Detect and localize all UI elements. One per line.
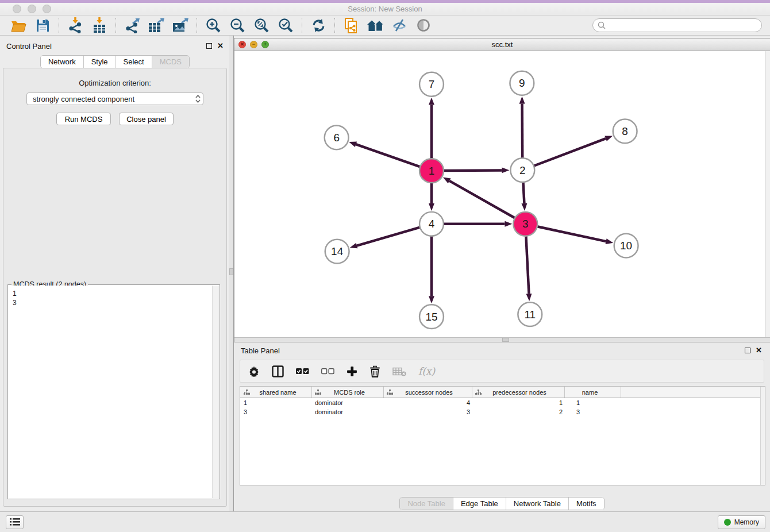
tab-node-table[interactable]: Node Table [400,498,453,510]
graph-node-9[interactable]: 9 [510,71,534,95]
cell-successor-nodes: 4 [384,399,472,406]
graph-node-label: 1 [429,165,435,177]
run-mcds-button[interactable]: Run MCDS [56,113,111,125]
float-table-panel-icon[interactable] [745,348,750,353]
graph-edge-1-2[interactable] [444,170,502,171]
column-header-mcds-role[interactable]: MCDS role [312,387,384,398]
divider-grip[interactable] [229,268,233,275]
mcds-result-line: 1 [13,289,210,298]
hide-show-icon[interactable] [413,17,434,34]
clone-network-icon[interactable] [341,17,361,34]
graph-edge-3-11[interactable] [526,236,529,294]
panel-split-divider[interactable] [229,36,234,511]
close-table-panel-icon[interactable]: ✕ [756,348,762,353]
graph-node-10[interactable]: 10 [614,234,638,258]
search-input[interactable] [608,21,757,29]
export-network-icon[interactable] [122,17,143,34]
network-close-icon[interactable]: ✕ [238,41,246,48]
zoom-selected-icon[interactable] [275,17,296,34]
tab-edge-table[interactable]: Edge Table [453,498,506,510]
column-header-shared-name[interactable]: shared name [240,387,312,398]
graph-node-15[interactable]: 15 [419,304,444,329]
import-network-icon[interactable] [65,17,86,34]
zoom-in-icon[interactable] [203,17,224,34]
graph-node-label: 7 [429,78,435,90]
network-canvas[interactable]: 7968124314101511 [234,51,765,337]
mcds-result-box: MCDS result (2 nodes) 1 3 [7,284,220,499]
graph-node-1[interactable]: 1 [419,159,444,183]
graph-node-4[interactable]: 4 [419,212,444,236]
tab-network-table[interactable]: Network Table [506,498,569,510]
style-preview-icon[interactable] [389,17,410,34]
memory-button[interactable]: Memory [718,515,765,529]
graph-node-14[interactable]: 14 [325,240,349,264]
import-table-icon[interactable] [89,17,110,34]
column-header-predecessor-nodes[interactable]: predecessor nodes [472,387,565,398]
graph-edge-4-14[interactable] [357,228,420,246]
close-panel-button[interactable]: Close panel [119,113,174,125]
criterion-select[interactable]: strongly connected component [26,92,203,105]
graph-node-11[interactable]: 11 [518,302,542,326]
float-panel-icon[interactable] [206,43,212,49]
graph-edge-arrowhead [429,98,434,105]
network-bottom-edge [234,337,770,342]
table-vertical-scrollbar[interactable] [760,387,765,485]
graph-node-8[interactable]: 8 [613,119,637,144]
clear-checkboxes-icon[interactable] [321,363,334,380]
graph-node-7[interactable]: 7 [419,72,444,97]
graph-edge-1-6[interactable] [356,144,420,167]
column-header-successor-nodes[interactable]: successor nodes [384,387,472,398]
refresh-icon[interactable] [308,17,329,34]
graph-edge-2-9[interactable] [522,104,523,159]
graph-node-3[interactable]: 3 [513,212,537,236]
open-session-icon[interactable] [8,17,29,34]
close-panel-icon[interactable]: ✕ [217,43,224,49]
network-window-titlebar[interactable]: ✕ − + scc.txt [234,38,770,51]
zoom-window-icon[interactable] [43,5,51,13]
add-icon[interactable] [346,363,357,380]
graph-edge-3-10[interactable] [537,226,606,241]
mcds-result-scrollbar[interactable] [212,286,219,498]
tab-select[interactable]: Select [116,56,152,68]
tab-network[interactable]: Network [41,56,84,68]
table-options-icon[interactable] [248,363,260,380]
export-image-icon[interactable] [170,17,191,34]
close-window-icon[interactable] [13,5,21,13]
export-table-icon[interactable] [146,17,167,34]
minimize-window-icon[interactable] [28,5,36,13]
home-icon[interactable] [365,17,386,34]
graph-node-label: 4 [429,218,435,230]
graph-edge-2-8[interactable] [534,138,606,166]
zoom-out-icon[interactable] [227,17,248,34]
search-field[interactable] [592,18,762,32]
network-minimize-icon[interactable]: − [250,41,257,48]
delete-icon[interactable] [369,363,380,380]
list-icon [10,518,20,526]
graph-node-6[interactable]: 6 [325,125,349,149]
mcds-result-list[interactable]: 1 3 [9,286,212,498]
graph-edge-arrowhead [505,221,512,227]
cell-mcds-role: dominator [312,408,384,415]
save-session-icon[interactable] [32,17,53,34]
tab-motifs[interactable]: Motifs [569,498,604,510]
table-row[interactable]: 1 dominator 4 1 1 [240,398,765,407]
toolbar-separator [302,18,302,33]
network-vertical-scrollbar[interactable] [765,51,770,337]
table-row[interactable]: 3 dominator 3 2 3 [240,407,765,417]
network-resize-grip[interactable] [502,338,509,342]
select-all-checkboxes-icon[interactable] [296,363,309,380]
column-header-name[interactable]: name [565,387,621,398]
function-builder-icon[interactable]: f(x) [418,363,435,380]
task-history-button[interactable] [6,515,24,529]
network-maximize-icon[interactable]: + [261,41,269,48]
tab-style[interactable]: Style [84,56,116,68]
columns-icon[interactable] [272,363,284,380]
table-panel-tabs: Node Table Edge Table Network Table Moti… [399,497,604,510]
tab-mcds[interactable]: MCDS [152,56,189,68]
graph-edge-2-3[interactable] [523,182,524,203]
delete-column-icon[interactable] [392,363,406,380]
graph-edge-3-1[interactable] [449,181,515,218]
graph-node-2[interactable]: 2 [510,158,534,182]
cell-shared-name: 3 [240,408,312,415]
zoom-fit-icon[interactable] [251,17,272,34]
